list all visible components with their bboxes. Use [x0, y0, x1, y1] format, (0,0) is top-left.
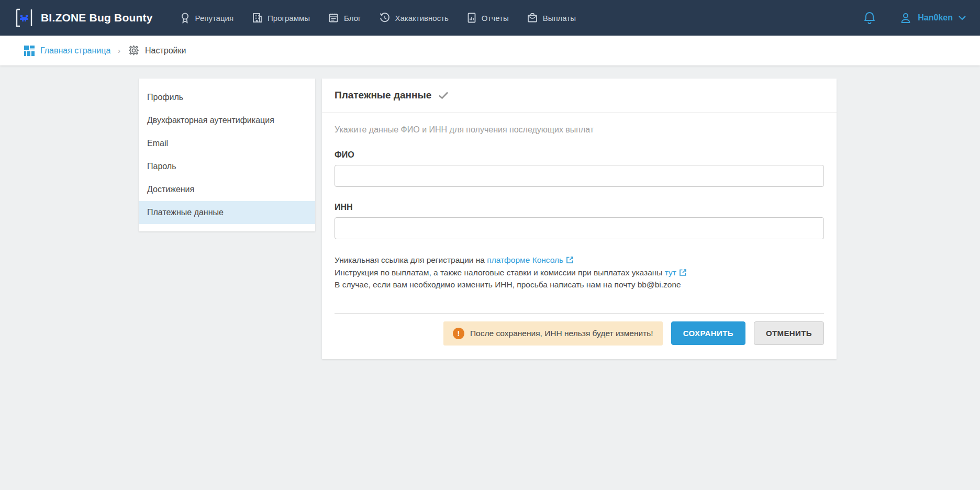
report-icon — [466, 12, 477, 24]
dashboard-icon — [24, 45, 35, 57]
brand-text: BI.ZONE Bug Bounty — [41, 12, 153, 24]
info-line-2-text: Инструкция по выплатам, а также налоговы… — [335, 268, 665, 277]
nav-item-label: Выплаты — [543, 14, 576, 23]
cancel-button[interactable]: ОТМЕНИТЬ — [754, 321, 824, 345]
nav-item-label: Репутация — [195, 14, 233, 23]
building-icon — [251, 12, 263, 24]
nav-item-programs[interactable]: Программы — [242, 0, 319, 36]
save-button[interactable]: СОХРАНИТЬ — [671, 321, 745, 345]
payment-data-panel: Платежные данные Укажите данные ФИО и ИН… — [322, 79, 837, 359]
sidebar-item-payment-data[interactable]: Платежные данные — [139, 201, 315, 224]
warning-text: После сохранения, ИНН нельзя будет измен… — [470, 329, 653, 338]
payout-instructions-link[interactable]: тут — [665, 268, 676, 277]
breadcrumb-current: Настройки — [128, 44, 186, 57]
panel-title: Платежные данные — [335, 90, 431, 101]
breadcrumb: Главная страница › Настройки — [0, 36, 980, 65]
sidebar-item-password[interactable]: Пароль — [139, 155, 315, 178]
inn-label: ИНН — [335, 203, 824, 212]
nav-item-payouts[interactable]: Выплаты — [518, 0, 585, 36]
fio-input[interactable] — [335, 165, 824, 187]
external-link-icon[interactable] — [679, 269, 687, 276]
sidebar-item-email[interactable]: Email — [139, 132, 315, 155]
info-line-2: Инструкция по выплатам, а также налоговы… — [335, 266, 824, 279]
person-icon — [899, 11, 912, 25]
payout-icon — [527, 12, 538, 24]
bizone-logo-icon — [14, 7, 35, 28]
panel-description: Укажите данные ФИО и ИНН для получения п… — [335, 125, 824, 135]
sidebar-item-profile[interactable]: Профиль — [139, 86, 315, 109]
history-icon — [379, 12, 391, 24]
info-block: Уникальная ссылка для регистрации на пла… — [335, 254, 824, 291]
warning-icon: ! — [453, 328, 464, 339]
panel-footer: ! После сохранения, ИНН нельзя будет изм… — [335, 314, 824, 346]
console-platform-link[interactable]: платформе Консоль — [487, 255, 563, 264]
nav-item-label: Хакактивность — [395, 14, 449, 23]
gear-icon — [128, 44, 140, 57]
nav-item-reports[interactable]: Отчеты — [458, 0, 518, 36]
panel-header: Платежные данные — [322, 79, 837, 113]
sidebar-item-2fa[interactable]: Двухфакторная аутентификация — [139, 109, 315, 132]
breadcrumb-separator: › — [118, 47, 120, 55]
info-line-1-text: Уникальная ссылка для регистрации на — [335, 255, 487, 264]
brand-logo-link[interactable]: BI.ZONE Bug Bounty — [14, 7, 153, 28]
info-line-3: В случае, если вам необходимо изменить И… — [335, 279, 824, 291]
nav-item-label: Блог — [344, 14, 361, 23]
breadcrumb-home[interactable]: Главная страница — [24, 45, 110, 57]
navbar-right: Han0ken — [863, 11, 966, 25]
breadcrumb-current-label: Настройки — [145, 46, 186, 55]
blog-icon — [328, 12, 339, 24]
user-menu[interactable]: Han0ken — [899, 11, 966, 25]
inn-warning: ! После сохранения, ИНН нельзя будет изм… — [443, 321, 663, 346]
chevron-down-icon — [958, 15, 966, 20]
inn-input[interactable] — [335, 217, 824, 239]
fio-label: ФИО — [335, 150, 824, 160]
nav-item-blog[interactable]: Блог — [319, 0, 370, 36]
bell-icon[interactable] — [863, 11, 876, 25]
settings-content: Профиль Двухфакторная аутентификация Ema… — [139, 79, 980, 359]
check-icon — [438, 91, 449, 99]
nav-item-reputation[interactable]: Репутация — [171, 0, 242, 36]
main-nav: Репутация Программы Блог Хака — [171, 0, 585, 36]
nav-item-label: Отчеты — [482, 14, 509, 23]
medal-icon — [180, 12, 191, 24]
nav-item-hackactivity[interactable]: Хакактивность — [370, 0, 458, 36]
top-navbar: BI.ZONE Bug Bounty Репутация Программы Б… — [0, 0, 980, 36]
panel-body: Укажите данные ФИО и ИНН для получения п… — [322, 113, 837, 359]
external-link-icon[interactable] — [566, 256, 574, 264]
sidebar-item-achievements[interactable]: Достижения — [139, 178, 315, 201]
breadcrumb-home-label: Главная страница — [40, 46, 110, 55]
nav-item-label: Программы — [268, 14, 310, 23]
user-name: Han0ken — [918, 13, 953, 23]
info-line-1: Уникальная ссылка для регистрации на пла… — [335, 254, 824, 266]
settings-sidebar: Профиль Двухфакторная аутентификация Ema… — [139, 79, 315, 231]
